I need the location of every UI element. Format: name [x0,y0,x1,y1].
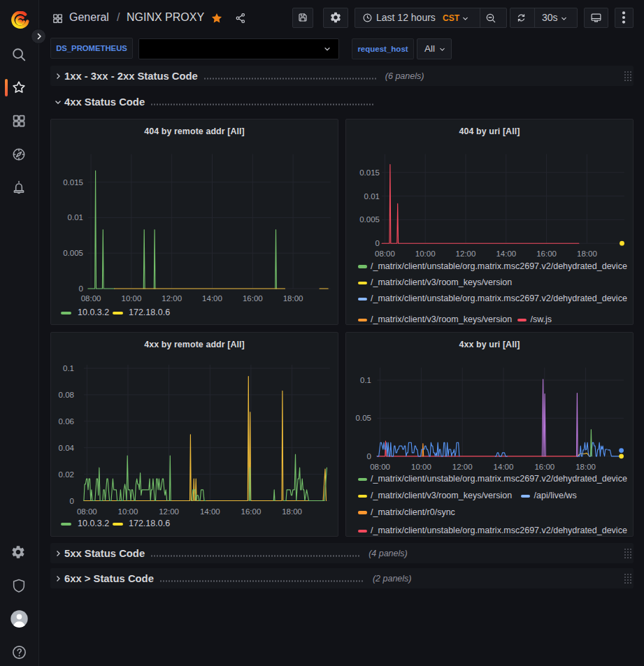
svg-text:12:00: 12:00 [452,463,473,471]
svg-text:0: 0 [79,284,83,293]
svg-text:0.08: 0.08 [59,391,74,399]
svg-text:0.06: 0.06 [59,417,74,426]
svg-text:08:00: 08:00 [81,294,101,303]
svg-text:08:00: 08:00 [370,463,390,471]
svg-text:14:00: 14:00 [200,507,220,516]
svg-text:18:00: 18:00 [282,507,302,516]
svg-text:18:00: 18:00 [575,463,596,471]
svg-text:0: 0 [375,239,380,247]
svg-text:0.01: 0.01 [68,213,83,222]
svg-text:10:00: 10:00 [415,249,436,258]
svg-text:0.1: 0.1 [360,376,371,384]
svg-text:08:00: 08:00 [77,507,97,516]
svg-text:0.01: 0.01 [364,192,380,201]
svg-text:16:00: 16:00 [241,507,262,516]
svg-text:0.015: 0.015 [359,168,380,177]
svg-text:08:00: 08:00 [375,249,395,258]
svg-text:10:00: 10:00 [411,463,431,471]
svg-text:0: 0 [70,497,74,505]
svg-text:0.1: 0.1 [63,364,74,372]
svg-text:12:00: 12:00 [162,294,182,303]
svg-text:0.04: 0.04 [59,444,75,452]
svg-text:0.005: 0.005 [359,215,380,224]
svg-text:0.005: 0.005 [63,249,83,257]
svg-text:14:00: 14:00 [202,294,222,303]
svg-text:16:00: 16:00 [534,463,554,471]
svg-text:0.02: 0.02 [59,470,74,479]
svg-text:18:00: 18:00 [283,294,303,303]
svg-text:16:00: 16:00 [243,294,263,303]
svg-text:0.05: 0.05 [356,414,371,422]
svg-text:12:00: 12:00 [159,507,179,516]
svg-text:10:00: 10:00 [118,507,138,516]
svg-text:0: 0 [367,452,371,461]
svg-text:14:00: 14:00 [496,249,516,258]
svg-text:14:00: 14:00 [494,463,514,471]
svg-text:0.015: 0.015 [63,178,83,187]
svg-text:16:00: 16:00 [536,249,557,258]
svg-text:10:00: 10:00 [122,294,142,303]
svg-text:18:00: 18:00 [577,249,597,258]
svg-text:12:00: 12:00 [456,249,476,258]
